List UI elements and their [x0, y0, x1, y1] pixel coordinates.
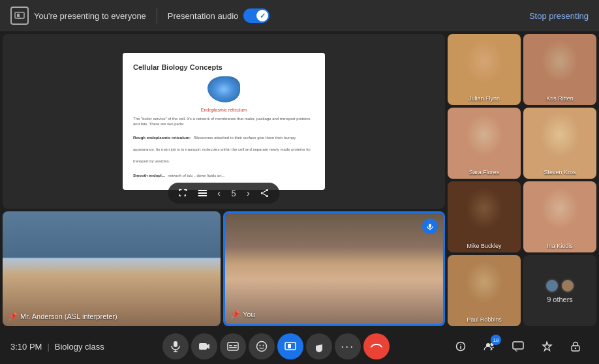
participants-badge: 18 [491, 335, 501, 345]
reactions-button[interactable] [249, 333, 275, 359]
mike-name: Mike Buckley [448, 243, 521, 249]
anderson-name-badge: 📌 Mr. Anderson (ASL interpreter) [8, 312, 117, 321]
svg-rect-5 [198, 195, 207, 196]
participant-tile-3: Steven Kros [523, 108, 596, 179]
svg-rect-17 [228, 342, 238, 350]
presenting-label: You're presenting to everyone [34, 11, 146, 21]
cell-image [207, 76, 240, 102]
bottom-bar: 3:10 PM | Biology class [0, 329, 599, 364]
audio-label: Presentation audio [168, 11, 238, 21]
svg-point-7 [261, 192, 263, 194]
others-label: 9 others [547, 296, 573, 303]
svg-point-8 [266, 195, 268, 197]
svg-line-10 [263, 194, 266, 196]
controls-center: ··· [104, 333, 448, 359]
controls-right: 18 [448, 333, 589, 359]
participant-tile-0: Julian Flynn [448, 34, 521, 105]
svg-point-6 [266, 189, 268, 191]
svg-line-9 [263, 190, 266, 192]
svg-point-33 [575, 348, 576, 349]
you-face [225, 213, 443, 324]
participants-button[interactable]: 18 [476, 333, 502, 359]
time-display: 3:10 PM [10, 342, 42, 352]
ina-name: Ina Kiedis [523, 243, 596, 249]
svg-rect-4 [198, 192, 207, 194]
others-avatar-1 [545, 279, 559, 293]
anderson-face [3, 211, 221, 326]
pin-icon-anderson: 📌 [8, 312, 18, 321]
others-avatars [545, 279, 575, 293]
kris-face [523, 34, 596, 105]
end-call-button[interactable] [363, 333, 390, 359]
julian-name: Julian Flynn [448, 95, 521, 102]
slide-container: Cellular Biology Concepts Endoplasmic re… [123, 53, 325, 190]
you-tile: 📌 You [223, 211, 445, 326]
svg-rect-20 [229, 347, 237, 348]
time-class: 3:10 PM | Biology class [10, 342, 104, 352]
separator: | [47, 342, 49, 352]
you-name-badge: 📌 You [230, 310, 255, 319]
you-name: You [243, 311, 255, 318]
others-tile[interactable]: 9 others [523, 255, 596, 326]
paul-name: Paul Robbins [448, 316, 521, 323]
svg-point-21 [256, 342, 266, 352]
paul-face [448, 255, 521, 326]
info-button[interactable] [448, 333, 474, 359]
slide-bold2: Smooth endopl... [133, 174, 165, 177]
slide-body1: The "boiler service" of the cell. It's a… [133, 116, 315, 127]
svg-rect-2 [17, 14, 20, 17]
slide-fullscreen-button[interactable] [173, 186, 192, 200]
julian-face [448, 34, 521, 105]
lock-button[interactable] [562, 333, 589, 359]
presentation-area: Cellular Biology Concepts Endoplasmic re… [3, 34, 445, 209]
participant-tile-5: Ina Kiedis [523, 181, 596, 252]
svg-rect-18 [229, 345, 232, 346]
class-label: Biology class [55, 342, 104, 352]
share-screen-button[interactable] [277, 333, 303, 359]
sara-name: Sara Flores [448, 169, 521, 175]
slide-title: Cellular Biology Concepts [133, 63, 315, 71]
others-avatar-2 [561, 279, 575, 293]
slide-prev-button[interactable]: ‹ [212, 185, 226, 201]
kris-name: Kris Ritten [523, 95, 596, 102]
slide-body3: network of tub... down lipids an... [168, 174, 224, 177]
raise-hand-button[interactable] [306, 333, 332, 359]
steven-name: Steven Kros [523, 169, 596, 175]
divider [157, 8, 157, 23]
camera-button[interactable] [191, 333, 217, 359]
audio-toggle[interactable]: ✓ [243, 8, 269, 23]
top-bar-left: You're presenting to everyone Presentati… [10, 7, 529, 25]
captions-button[interactable] [220, 333, 246, 359]
steven-face [523, 108, 596, 179]
participant-tile-6: Paul Robbins [448, 255, 521, 326]
anderson-tile: 📌 Mr. Anderson (ASL interpreter) [3, 211, 221, 326]
anderson-name: Mr. Anderson (ASL interpreter) [20, 312, 117, 320]
speaking-indicator [422, 219, 438, 234]
participant-tile-2: Sara Flores [448, 108, 521, 179]
top-bar: You're presenting to everyone Presentati… [0, 0, 599, 31]
svg-rect-25 [288, 344, 291, 348]
slide-bold1: Rough endoplasmic reticulum: [133, 136, 191, 140]
sara-face [448, 108, 521, 179]
mike-face [448, 181, 521, 252]
participant-tile-1: Kris Ritten [523, 34, 596, 105]
svg-point-23 [262, 345, 264, 346]
svg-point-22 [259, 345, 260, 346]
mic-button[interactable] [162, 333, 189, 359]
more-options-button[interactable]: ··· [335, 333, 361, 359]
chat-button[interactable] [505, 333, 531, 359]
stop-presenting-button[interactable]: Stop presenting [529, 11, 589, 21]
present-screen-icon [10, 7, 29, 25]
video-row: 📌 Mr. Anderson (ASL interpreter) 📌 You [3, 211, 445, 326]
slide-body2: Ribosomes attached to their surface give… [133, 136, 311, 163]
cell-label: Endoplasmic reticulum [133, 108, 315, 112]
svg-rect-16 [199, 343, 207, 350]
participant-tile-4: Mike Buckley [448, 181, 521, 252]
svg-rect-3 [198, 190, 207, 191]
slide-next-button[interactable]: › [241, 185, 255, 201]
slide-share-button[interactable] [255, 186, 275, 200]
slide-menu-button[interactable] [192, 187, 212, 199]
activities-button[interactable] [534, 333, 560, 359]
main-content: Cellular Biology Concepts Endoplasmic re… [0, 31, 599, 329]
slide-number: 5 [226, 189, 241, 198]
